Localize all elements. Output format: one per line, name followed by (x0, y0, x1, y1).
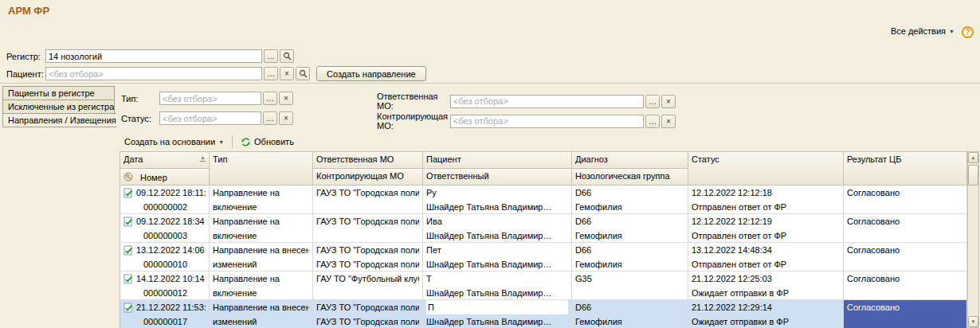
registr-choose-button[interactable]: … (264, 49, 278, 63)
tab-excluded-from-register[interactable]: Исключенные из регистра (2, 100, 115, 114)
document-check-icon (123, 217, 133, 227)
col-header-diagnosis[interactable]: Диагноз (572, 152, 688, 169)
page-title: АРМ ФР (8, 5, 49, 17)
patient-choose-button[interactable]: … (264, 67, 278, 80)
result-cell: Согласовано (844, 185, 967, 214)
status-filter-input[interactable] (159, 111, 261, 125)
table-row[interactable]: 09.12.2022 18:34:34000000003 Направление… (120, 214, 967, 243)
controlling-mo-filter-input[interactable] (450, 115, 644, 128)
refresh-button[interactable]: Обновить (237, 135, 297, 149)
col-header-status[interactable]: Статус (688, 152, 844, 185)
help-icon[interactable]: ? (962, 26, 974, 38)
patient-input[interactable] (45, 67, 262, 80)
col-header-result-cb[interactable]: Результат ЦБ (844, 152, 967, 185)
responsible-mo-filter-label: Ответственная МО: (377, 92, 450, 111)
registr-input[interactable] (45, 49, 262, 63)
col-header-type[interactable]: Тип (210, 152, 313, 185)
type-filter-label: Тип: (121, 94, 159, 103)
chevron-down-icon: ▼ (218, 139, 224, 145)
key-icon (123, 172, 134, 182)
scroll-down-icon[interactable]: ▼ (968, 316, 978, 327)
responsible-mo-filter-input[interactable] (450, 95, 644, 108)
document-check-icon (123, 274, 133, 284)
divider (0, 83, 980, 84)
registr-label: Регистр: (6, 52, 45, 61)
col-header-responsible[interactable]: Ответственный (423, 169, 572, 185)
result-cell-focused: Согласовано (844, 300, 967, 328)
col-header-number[interactable]: Номер (120, 169, 210, 185)
col-header-controlling-mo[interactable]: Контролирующая МО (313, 169, 423, 185)
type-filter-input[interactable] (159, 92, 261, 105)
chevron-down-icon: ▼ (949, 29, 955, 34)
table-row[interactable]: 09.12.2022 18:11:45000000002 Направление… (120, 185, 967, 214)
table-row[interactable]: 14.12.2022 10:14:51000000012 Направление… (120, 271, 967, 300)
document-check-icon (123, 188, 133, 198)
create-based-on-button[interactable]: Создать на основании ▼ (121, 135, 227, 148)
create-direction-button[interactable]: Создать направление (316, 66, 426, 81)
registr-search-icon[interactable] (280, 49, 294, 63)
result-cell: Согласовано (844, 214, 967, 243)
col-header-date[interactable]: Дата ▲ (120, 152, 210, 169)
result-cell: Согласовано (844, 243, 967, 271)
type-choose-button[interactable]: … (263, 92, 277, 105)
table-header: Дата ▲ Тип Ответственная МО Пациент Диаг… (120, 152, 967, 185)
controlling-mo-filter-label: Контролирующая МО: (377, 111, 450, 131)
vertical-scrollbar[interactable]: ▲ ▼ (967, 151, 979, 328)
responsible-mo-clear-icon[interactable]: × (661, 95, 676, 108)
all-actions-label: Все действия (891, 26, 946, 36)
patient-label: Пациент: (6, 69, 45, 79)
status-choose-button[interactable]: … (263, 111, 277, 125)
patient-clear-icon[interactable]: × (280, 67, 294, 80)
table-row-selected[interactable]: 21.12.2022 11:53:01000000017 Направление… (120, 300, 967, 328)
tab-directions-notifications[interactable]: Направления / Извещения (2, 113, 116, 127)
patient-search-icon[interactable] (296, 67, 310, 80)
responsible-mo-choose-button[interactable]: … (645, 95, 660, 108)
result-cell: Согласовано (844, 271, 967, 300)
all-actions-menu[interactable]: Все действия ▼ (891, 26, 955, 36)
document-check-icon (123, 245, 133, 256)
col-header-nosology[interactable]: Нозологическая группа (572, 169, 688, 185)
table-row[interactable]: 13.12.2022 14:06:46000000010 Направление… (120, 243, 967, 271)
refresh-icon (241, 137, 251, 147)
divider (232, 135, 233, 148)
directions-table: Дата ▲ Тип Ответственная МО Пациент Диаг… (120, 151, 967, 328)
sort-asc-icon: ▲ (200, 154, 206, 162)
status-filter-label: Статус: (121, 114, 159, 123)
arm-fr-window: АРМ ФР Все действия ▼ ? Регистр: … Пацие… (0, 0, 980, 328)
left-tabs: Пациенты в регистре Исключенные из регис… (2, 87, 115, 127)
controlling-mo-clear-icon[interactable]: × (661, 115, 676, 128)
controlling-mo-choose-button[interactable]: … (645, 115, 660, 128)
tab-patients-in-register[interactable]: Пациенты в регистре (2, 86, 115, 100)
col-header-responsible-mo[interactable]: Ответственная МО (313, 152, 423, 169)
table-toolbar: Создать на основании ▼ Обновить (121, 134, 297, 150)
status-clear-icon[interactable]: × (279, 111, 293, 125)
col-header-patient[interactable]: Пациент (423, 152, 572, 169)
type-clear-icon[interactable]: × (279, 92, 293, 105)
document-check-icon (123, 303, 133, 313)
scrollbar-thumb[interactable] (968, 165, 978, 185)
scroll-up-icon[interactable]: ▲ (968, 152, 978, 163)
